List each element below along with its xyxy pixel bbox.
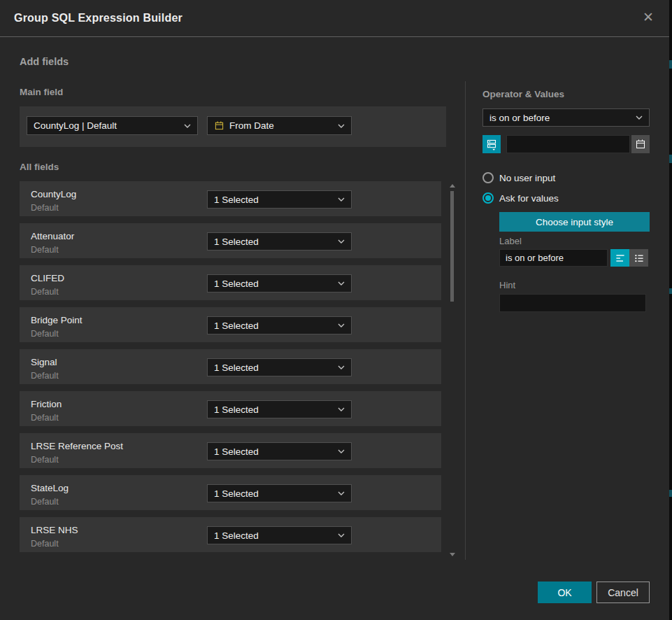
radio-no-user-input-label[interactable]: No user input [499, 173, 555, 183]
main-field-select[interactable]: From Date [207, 116, 352, 135]
field-name: Bridge Point [31, 315, 83, 325]
main-field-panel: CountyLog | Default From Date [20, 106, 446, 147]
scrollbar-up-arrow[interactable] [450, 184, 455, 188]
calendar-icon [635, 139, 646, 150]
group-sql-expression-builder-dialog: Group SQL Expression Builder ✕ Add field… [0, 0, 672, 620]
chevron-down-icon [338, 239, 345, 244]
add-fields-heading: Add fields [20, 56, 69, 67]
date-picker-button[interactable] [631, 135, 650, 153]
field-sublabel: Default [31, 245, 59, 255]
field-name: LRSE NHS [31, 525, 78, 535]
field-selection-value: 1 Selected [214, 362, 259, 373]
field-selection-value: 1 Selected [214, 530, 259, 541]
value-date-input[interactable] [506, 135, 630, 153]
field-sublabel: Default [31, 371, 59, 381]
scrollbar-down-arrow[interactable] [450, 553, 455, 556]
layer-select[interactable]: CountyLog | Default [27, 116, 198, 135]
field-name: Attenuator [31, 231, 74, 241]
field-selection-dropdown[interactable]: 1 Selected [207, 274, 352, 293]
field-sublabel: Default [31, 539, 59, 549]
radio-ask-for-values[interactable] [482, 192, 494, 204]
chevron-down-icon [338, 281, 345, 286]
field-selection-value: 1 Selected [214, 195, 259, 205]
chevron-down-icon [338, 197, 345, 202]
calendar-icon [214, 120, 224, 131]
field-row: Signal Default 1 Selected [20, 349, 441, 384]
list-style-button[interactable] [629, 249, 648, 267]
field-selection-value: 1 Selected [214, 237, 259, 247]
all-fields-list: CountyLog Default 1 Selected Attenuator … [20, 181, 441, 559]
radio-no-user-input[interactable] [482, 172, 494, 183]
field-row: CLIFED Default 1 Selected [20, 265, 441, 300]
app-backdrop-fragment [669, 490, 672, 497]
field-selection-dropdown[interactable]: 1 Selected [207, 400, 352, 418]
field-selection-dropdown[interactable]: 1 Selected [207, 526, 352, 544]
dialog-header: Group SQL Expression Builder ✕ [0, 0, 669, 37]
choose-input-style-button[interactable]: Choose input style [499, 212, 650, 232]
field-row: LRSE NHS Default 1 Selected [20, 517, 441, 552]
ok-button[interactable]: OK [538, 582, 592, 603]
field-selection-value: 1 Selected [214, 320, 259, 331]
field-selection-value: 1 Selected [214, 446, 259, 457]
chevron-down-icon [338, 124, 345, 128]
align-left-icon [614, 253, 627, 264]
field-row: Attenuator Default 1 Selected [20, 223, 441, 258]
bulleted-list-icon [633, 253, 645, 264]
field-row: Friction Default 1 Selected [20, 391, 441, 426]
app-backdrop-fragment [669, 155, 672, 163]
field-selection-dropdown[interactable]: 1 Selected [207, 484, 352, 502]
label-input[interactable] [499, 249, 608, 267]
close-icon[interactable]: ✕ [643, 10, 654, 25]
radio-ask-for-values-label[interactable]: Ask for values [499, 193, 559, 204]
label-caption: Label [499, 236, 522, 246]
field-selection-value: 1 Selected [214, 404, 259, 415]
field-selection-value: 1 Selected [214, 279, 259, 289]
field-sublabel: Default [31, 203, 59, 213]
operator-values-heading: Operator & Values [482, 89, 564, 99]
panel-divider [465, 81, 466, 560]
field-row: StateLog Default 1 Selected [20, 475, 441, 510]
field-row: Bridge Point Default 1 Selected [20, 307, 441, 342]
value-input-type-button[interactable] [482, 135, 501, 153]
main-field-heading: Main field [20, 87, 63, 97]
field-selection-value: 1 Selected [214, 488, 259, 499]
field-row: CountyLog Default 1 Selected [20, 181, 441, 216]
field-sublabel: Default [31, 413, 59, 423]
chevron-down-icon [184, 124, 191, 128]
field-name: CLIFED [31, 273, 64, 283]
app-backdrop-fragment [669, 60, 672, 69]
field-selection-dropdown[interactable]: 1 Selected [207, 358, 352, 376]
app-backdrop-fragment [669, 288, 672, 294]
hint-input[interactable] [499, 294, 646, 312]
operator-select-value: is on or before [489, 113, 550, 123]
all-fields-heading: All fields [20, 162, 59, 172]
field-sublabel: Default [31, 287, 59, 297]
chevron-down-icon [338, 407, 345, 411]
cancel-button[interactable]: Cancel [596, 582, 650, 603]
single-line-style-button[interactable] [610, 249, 629, 267]
main-field-select-value: From Date [229, 120, 274, 131]
chevron-down-icon [338, 449, 345, 453]
field-selection-dropdown[interactable]: 1 Selected [207, 190, 352, 209]
chevron-down-icon [636, 115, 643, 120]
chevron-down-icon [338, 323, 345, 327]
field-name: StateLog [31, 483, 69, 493]
layer-select-value: CountyLog | Default [34, 120, 117, 131]
field-name: CountyLog [31, 189, 76, 199]
field-row: LRSE Reference Post Default 1 Selected [20, 433, 441, 468]
chevron-down-icon [338, 491, 345, 495]
app-backdrop-edge [669, 0, 672, 620]
operator-select[interactable]: is on or before [482, 108, 650, 127]
field-sublabel: Default [31, 329, 59, 339]
field-name: Signal [31, 357, 57, 367]
field-sublabel: Default [31, 455, 59, 465]
scrollbar-thumb[interactable] [450, 191, 454, 302]
field-selection-dropdown[interactable]: 1 Selected [207, 316, 352, 334]
field-selection-dropdown[interactable]: 1 Selected [207, 232, 352, 251]
value-stack-icon [484, 136, 499, 152]
field-name: Friction [31, 399, 62, 409]
field-selection-dropdown[interactable]: 1 Selected [207, 442, 352, 460]
chevron-down-icon [338, 365, 345, 369]
chevron-down-icon [338, 533, 345, 537]
hint-caption: Hint [499, 280, 515, 290]
